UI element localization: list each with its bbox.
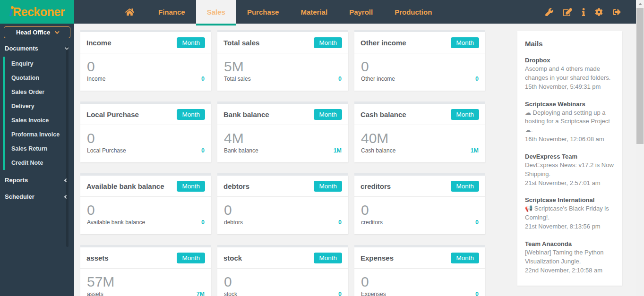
sidebar-scrollbar[interactable] [66, 46, 69, 247]
card-secondary-value[interactable]: 1M [471, 147, 479, 154]
card-value: 57M [87, 274, 205, 290]
month-button[interactable]: Month [314, 181, 342, 192]
card-income: Income Month 0 Income 0 [80, 30, 211, 91]
card-value: 0 [87, 130, 205, 147]
mail-date: 16th November, 12:06:08 am [525, 135, 615, 144]
mail-item-devexpress-team[interactable]: DevExpress Team DevExpress News: v17.2 i… [525, 153, 615, 188]
card-cash-balance: Cash balance Month 40M Cash balance 1M [354, 101, 485, 162]
month-button[interactable]: Month [451, 109, 479, 120]
card-other-income: Other income Month 0 Other income 0 [354, 30, 485, 91]
card-secondary-value[interactable]: 0 [201, 147, 205, 154]
card-secondary-value[interactable]: 0 [201, 76, 205, 82]
month-button[interactable]: Month [314, 37, 342, 48]
sidebar-section-documents[interactable]: Documents [0, 40, 74, 57]
card-assets: assets Month 57M assets 7M [80, 245, 211, 296]
sidebar-item-credit-note[interactable]: Credit Note [5, 156, 74, 170]
office-selector-dropdown[interactable]: Head Office [4, 26, 70, 38]
sidebar-item-proforma-invoice[interactable]: Proforma Invoice [5, 127, 74, 142]
nav-tab-material[interactable]: Material [290, 0, 338, 24]
card-label: Income [87, 76, 105, 82]
mail-sender: Team Anaconda [525, 240, 615, 247]
sidebar-item-delivery[interactable]: Delivery [5, 99, 74, 113]
card-secondary-value[interactable]: 1M [334, 147, 342, 154]
month-button[interactable]: Month [177, 37, 205, 48]
mail-sender: Dropbox [525, 57, 615, 64]
month-button[interactable]: Month [451, 253, 479, 263]
sidebar-item-sales-return[interactable]: Sales Return [5, 142, 74, 156]
gear-icon[interactable] [595, 8, 603, 16]
mail-subject: DevExpress News: v17.2 is Now Shipping. [525, 161, 615, 179]
logout-icon[interactable] [613, 8, 621, 16]
card-secondary-value[interactable]: 0 [338, 76, 342, 82]
office-selector-label: Head Office [16, 29, 50, 36]
wrench-icon[interactable] [545, 8, 553, 16]
mail-date: 21st November, 8:13:56 pm [525, 222, 615, 231]
sidebar-item-enquiry[interactable]: Enquiry [5, 57, 74, 71]
card-stock: stock Month 0 stock 0 [217, 245, 348, 296]
month-button[interactable]: Month [451, 181, 479, 192]
mail-sender: DevExpress Team [525, 153, 615, 160]
card-label: assets [87, 291, 103, 296]
scrollbar-thumb[interactable] [636, 8, 644, 144]
sidebar-item-quotation[interactable]: Quotation [5, 71, 74, 85]
card-label: Other income [361, 76, 395, 82]
navbar-left: FinanceSalesPurchaseMaterialPayrollProdu… [74, 0, 443, 24]
sidebar-item-sales-invoice[interactable]: Sales Invoice [5, 113, 74, 127]
card-secondary-value[interactable]: 0 [475, 76, 479, 82]
card-title: Bank balance [223, 110, 269, 118]
mail-item-team-anaconda[interactable]: Team Anaconda [Webinar] Taming the Pytho… [525, 240, 615, 275]
card-secondary-value[interactable]: 0 [201, 219, 205, 226]
mails-title: Mails [525, 40, 615, 48]
card-creditors: creditors Month 0 creditors 0 [354, 173, 485, 234]
sidebar-item-sales-order[interactable]: Sales Order [5, 85, 74, 99]
card-label: Total sales [224, 76, 251, 82]
month-button[interactable]: Month [314, 253, 342, 263]
nav-tab-purchase[interactable]: Purchase [236, 0, 290, 24]
card-title: Other income [361, 39, 406, 47]
card-value: 0 [361, 59, 479, 75]
mail-subject: Ascomp and 4 others made changes in your… [525, 65, 615, 83]
nav-tab-finance[interactable]: Finance [147, 0, 196, 24]
mail-item-scriptcase-international[interactable]: Scriptcase International 📢 Scriptcase's … [525, 196, 615, 231]
card-title: stock [223, 254, 242, 262]
app-logo[interactable]: iReckoner [0, 0, 74, 24]
home-button[interactable] [112, 0, 147, 24]
card-label: Available bank balance [87, 219, 145, 226]
card-value: 0 [87, 202, 205, 219]
card-secondary-value[interactable]: 0 [475, 291, 479, 296]
kpi-cards-grid: Income Month 0 Income 0 Total sales Mont… [80, 30, 485, 296]
scrollbar-up-arrow[interactable] [636, 0, 644, 8]
mail-subject: [Webinar] Taming the Python Visualizatio… [525, 248, 615, 266]
card-secondary-value[interactable]: 0 [338, 291, 342, 296]
mail-item-dropbox[interactable]: Dropbox Ascomp and 4 others made changes… [525, 57, 615, 92]
nav-tab-production[interactable]: Production [384, 0, 443, 24]
page-scrollbar[interactable] [636, 0, 644, 296]
sidebar-section-reports[interactable]: Reports [0, 172, 74, 188]
sidebar-section-scheduler[interactable]: Scheduler [0, 188, 74, 205]
card-title: Available bank balance [86, 182, 164, 190]
month-button[interactable]: Month [314, 109, 342, 120]
month-button[interactable]: Month [177, 181, 205, 192]
nav-tab-sales[interactable]: Sales [196, 0, 236, 24]
nav-tab-payroll[interactable]: Payroll [338, 0, 384, 24]
month-button[interactable]: Month [177, 253, 205, 263]
month-button[interactable]: Month [451, 37, 479, 48]
card-title: debtors [223, 182, 249, 190]
card-total-sales: Total sales Month 5M Total sales 0 [217, 30, 348, 91]
card-value: 4M [224, 130, 342, 147]
mail-item-scriptcase-webinars[interactable]: Scriptcase Webinars ☁ Deploying and sett… [525, 101, 615, 144]
edit-icon[interactable] [563, 8, 572, 16]
logo-text-i: i [9, 5, 13, 19]
card-secondary-value[interactable]: 0 [338, 219, 342, 226]
month-button[interactable]: Month [177, 109, 205, 120]
mail-date: 22nd November, 2:10:58 am [525, 266, 615, 275]
info-icon[interactable] [582, 8, 585, 16]
card-label: Local Purchase [87, 147, 126, 154]
sidebar-documents-label: Documents [5, 45, 38, 52]
card-secondary-value[interactable]: 0 [475, 219, 479, 226]
mail-sender: Scriptcase International [525, 196, 615, 203]
documents-submenu: EnquiryQuotationSales OrderDeliverySales… [3, 57, 74, 170]
card-value: 0 [224, 274, 342, 290]
card-secondary-value[interactable]: 7M [197, 291, 205, 296]
main-nav-tabs: FinanceSalesPurchaseMaterialPayrollProdu… [147, 0, 443, 24]
